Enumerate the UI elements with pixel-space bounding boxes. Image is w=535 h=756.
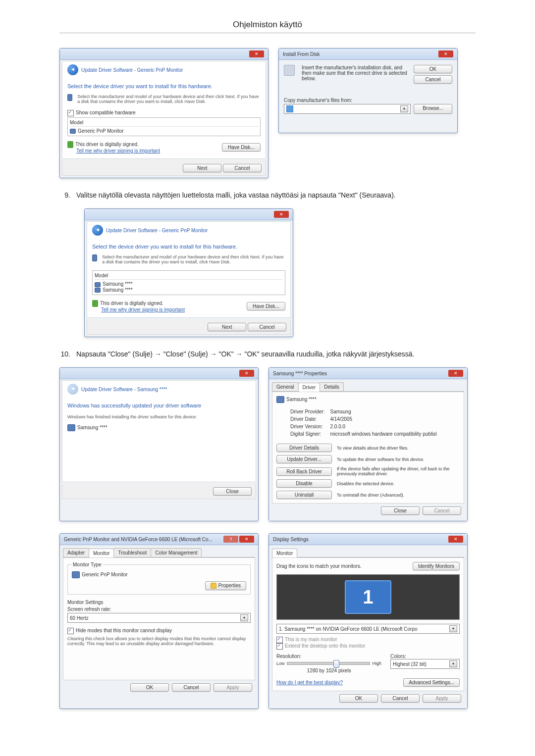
update-driver-dialog-2: ✕ Update Driver Software - Generic PnP M… — [84, 208, 293, 337]
uninstall-button[interactable]: Uninstall — [276, 491, 332, 499]
resolution-label: Resolution: — [276, 654, 381, 659]
back-icon — [67, 384, 78, 395]
tab-color-management[interactable]: Color Management — [151, 548, 202, 557]
breadcrumb: Update Driver Software - Generic PnP Mon… — [106, 228, 208, 233]
ok-button[interactable]: OK — [414, 65, 452, 73]
colors-select[interactable]: Highest (32 bit)▾ — [390, 659, 460, 669]
close-icon[interactable]: ✕ — [249, 50, 264, 57]
signing-link[interactable]: Tell me why driver signing is important — [101, 307, 185, 312]
tab-monitor[interactable]: Monitor — [272, 549, 297, 557]
chevron-down-icon[interactable]: ▾ — [449, 660, 457, 667]
group-label: Monitor Type — [72, 562, 103, 567]
close-icon[interactable]: ✕ — [438, 50, 453, 57]
chevron-down-icon[interactable]: ▾ — [449, 625, 457, 632]
extend-checkbox — [276, 643, 283, 650]
compatible-checkbox[interactable] — [67, 110, 74, 116]
dialog-heading: Select the device driver you want to ins… — [67, 83, 261, 89]
device-name: Samsung **** — [77, 425, 107, 430]
cancel-button[interactable]: Cancel — [172, 683, 211, 692]
cancel-button[interactable]: Cancel — [223, 164, 262, 172]
driver-details-button[interactable]: Driver Details — [276, 444, 332, 452]
desc: Disables the selected device. — [337, 481, 395, 486]
close-icon[interactable]: ✕ — [239, 370, 254, 377]
monitor-icon-1[interactable]: 1 — [345, 580, 391, 614]
monitor-icon — [92, 254, 97, 261]
rollback-button[interactable]: Roll Back Driver — [276, 467, 332, 476]
list-header: Model — [95, 273, 283, 280]
colors-label: Colors: — [390, 654, 460, 659]
cancel-button[interactable]: Cancel — [248, 323, 286, 331]
update-driver-button[interactable]: Update Driver... — [276, 455, 332, 463]
update-driver-dialog-1: ✕ Update Driver Software - Generic PnP M… — [59, 48, 268, 178]
tab-general[interactable]: General — [272, 382, 299, 391]
properties-button[interactable]: Properties — [205, 581, 246, 590]
tab-monitor[interactable]: Monitor — [89, 549, 114, 557]
monitor-icon — [70, 129, 76, 134]
resolution-slider[interactable] — [287, 662, 371, 665]
install-instruction: Insert the manufacturer's installation d… — [302, 65, 410, 84]
back-icon[interactable] — [92, 225, 103, 236]
group-label: Monitor Settings — [67, 600, 251, 605]
signing-link[interactable]: Tell me why driver signing is important — [76, 148, 160, 153]
cancel-button[interactable]: Cancel — [414, 75, 452, 84]
next-button[interactable]: Next — [183, 164, 221, 172]
list-item[interactable]: Generic PnP Monitor — [78, 128, 124, 134]
have-disk-button[interactable]: Have Disk... — [247, 302, 285, 310]
breadcrumb: Update Driver Software - Samsung **** — [81, 387, 167, 392]
have-disk-button[interactable]: Have Disk... — [222, 143, 261, 151]
compatible-label: Show compatible hardware — [76, 110, 136, 115]
tab-adapter[interactable]: Adapter — [63, 548, 89, 557]
desc: To update the driver software for this d… — [337, 457, 425, 462]
monitor-preview[interactable]: 1 — [276, 574, 460, 620]
drag-instruction: Drag the icons to match your monitors. — [276, 563, 362, 569]
help-icon[interactable]: ? — [223, 536, 238, 543]
dialog-subtext: Windows has finished installing the driv… — [67, 414, 251, 419]
cancel-button: Cancel — [423, 506, 461, 515]
hide-modes-checkbox[interactable] — [67, 628, 74, 634]
browse-button[interactable]: Browse... — [414, 104, 452, 114]
list-item[interactable]: Samsung **** — [103, 281, 133, 287]
chevron-down-icon[interactable]: ▾ — [400, 105, 408, 112]
help-link[interactable]: How do I get the best display? — [276, 680, 343, 685]
signed-text: This driver is digitally signed. — [75, 142, 139, 147]
ok-button[interactable]: OK — [130, 683, 169, 692]
close-icon[interactable]: ✕ — [274, 211, 289, 218]
monitor-properties-dialog: Generic PnP Monitor and NVIDIA GeForce 6… — [59, 533, 259, 709]
model-list[interactable]: Model Generic PnP Monitor — [67, 117, 261, 136]
monitor-select[interactable]: 1. Samsung **** on NVIDIA GeForce 6600 L… — [276, 624, 460, 634]
hide-modes-label: Hide modes that this monitor cannot disp… — [76, 628, 172, 634]
identify-button[interactable]: Identify Monitors — [413, 562, 460, 570]
dialog-heading: Windows has successfully updated your dr… — [67, 403, 251, 408]
next-button[interactable]: Next — [208, 323, 246, 331]
monitor-icon — [72, 571, 80, 578]
value: 4/14/2005 — [329, 415, 437, 423]
close-button[interactable]: Close — [381, 506, 420, 515]
path-select[interactable]: ▾ — [284, 104, 411, 114]
tab-details[interactable]: Details — [320, 382, 344, 391]
breadcrumb: Update Driver Software - Generic PnP Mon… — [81, 67, 183, 73]
close-icon[interactable]: ✕ — [448, 536, 463, 543]
tab-troubleshoot[interactable]: Troubleshoot — [113, 548, 151, 557]
cancel-button[interactable]: Cancel — [381, 694, 420, 703]
disable-button[interactable]: Disable — [276, 479, 332, 488]
close-button[interactable]: Close — [213, 487, 252, 496]
back-icon[interactable] — [67, 64, 78, 75]
dialog-instruction: Select the manufacturer and model of you… — [102, 254, 285, 264]
device-name: Samsung **** — [286, 397, 317, 402]
advanced-button[interactable]: Advanced Settings... — [403, 678, 460, 687]
close-icon[interactable]: ✕ — [239, 536, 254, 543]
monitor-icon — [276, 396, 284, 403]
shield-icon — [211, 583, 216, 589]
model-list[interactable]: Model Samsung **** Samsung **** — [92, 270, 285, 295]
extend-label: Extend the desktop onto this monitor — [285, 643, 365, 649]
slider-thumb[interactable] — [333, 660, 339, 668]
refresh-select[interactable]: 60 Hertz▾ — [67, 613, 251, 623]
chevron-down-icon[interactable]: ▾ — [240, 614, 248, 621]
ok-button[interactable]: OK — [339, 694, 378, 703]
desc: To view details about the driver files. — [337, 446, 409, 451]
close-icon[interactable]: ✕ — [448, 370, 463, 377]
tab-driver[interactable]: Driver — [298, 383, 321, 392]
label: Driver Date: — [290, 415, 329, 423]
step-number: 9. — [59, 190, 70, 201]
list-item[interactable]: Samsung **** — [103, 287, 133, 293]
